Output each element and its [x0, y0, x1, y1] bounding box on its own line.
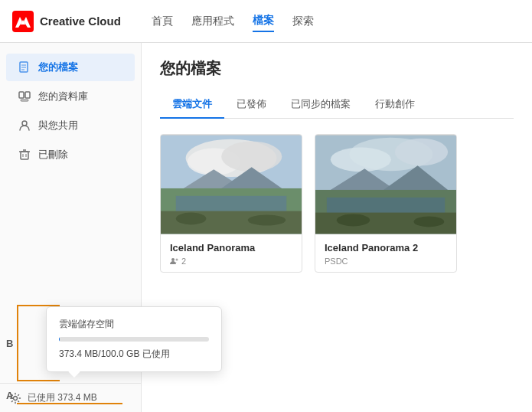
sidebar: 您的檔案 您的資料庫 與您共用 [0, 43, 142, 412]
svg-point-33 [331, 148, 391, 172]
svg-point-17 [14, 396, 18, 400]
brand: Creative Cloud [12, 11, 121, 32]
adobe-icon [12, 11, 34, 32]
file-grid: Iceland Panorama 2 [160, 134, 514, 273]
file-name-2: Iceland Panorama 2 [325, 242, 447, 253]
storage-bar-fill [59, 337, 60, 342]
library-icon [18, 90, 31, 103]
svg-point-21 [221, 142, 282, 172]
sidebar-label-your-files: 您的檔案 [38, 60, 78, 74]
file-thumb-2 [315, 135, 456, 234]
file-type-2: PSDC [325, 257, 348, 266]
page-title: 您的檔案 [160, 58, 514, 79]
file-info-1: Iceland Panorama 2 [161, 234, 302, 272]
svg-rect-12 [21, 152, 28, 159]
nav-explore[interactable]: 探索 [292, 11, 314, 31]
collab-count-1: 2 [181, 257, 186, 266]
sidebar-item-deleted[interactable]: 已刪除 [6, 141, 135, 168]
svg-point-41 [414, 217, 445, 227]
tab-synced[interactable]: 已同步的檔案 [279, 91, 363, 119]
storage-used-label: 已使用 373.4 MB [28, 391, 97, 404]
file-thumb-1 [161, 135, 302, 234]
svg-point-34 [395, 139, 448, 166]
tab-published[interactable]: 已發佈 [224, 91, 279, 119]
storage-row[interactable]: 已使用 373.4 MB [9, 391, 132, 404]
people-icon [170, 257, 179, 266]
nav-home[interactable]: 首頁 [152, 11, 173, 31]
tab-mobile[interactable]: 行動創作 [363, 91, 427, 119]
storage-popup-title: 雲端儲存空間 [59, 318, 209, 331]
brand-name: Creative Cloud [40, 15, 121, 28]
tab-cloud-docs[interactable]: 雲端文件 [160, 91, 224, 119]
file-meta-1: 2 [170, 257, 292, 266]
svg-rect-8 [19, 92, 24, 98]
main-layout: 您的檔案 您的資料庫 與您共用 [0, 43, 532, 412]
sidebar-item-library[interactable]: 您的資料庫 [6, 83, 135, 110]
svg-point-27 [176, 213, 207, 225]
svg-point-11 [22, 121, 27, 126]
a-label: A [6, 390, 13, 401]
storage-popup: 雲端儲存空間 373.4 MB/100.0 GB 已使用 [46, 306, 222, 372]
sidebar-item-your-files[interactable]: 您的檔案 [6, 54, 135, 81]
file-thumbnail-svg-2 [315, 135, 456, 234]
sidebar-label-library: 您的資料庫 [38, 90, 88, 103]
collab-icon-1: 2 [170, 257, 186, 266]
svg-rect-10 [21, 100, 28, 101]
nav-files[interactable]: 檔案 [253, 11, 274, 32]
svg-rect-9 [25, 92, 30, 98]
topbar: Creative Cloud 首頁 應用程式 檔案 探索 [0, 0, 532, 43]
file-icon [18, 61, 31, 74]
file-info-2: Iceland Panorama 2 PSDC [315, 234, 456, 272]
file-card-2[interactable]: Iceland Panorama 2 PSDC [315, 134, 457, 273]
storage-detail: 373.4 MB/100.0 GB 已使用 [59, 348, 209, 361]
tabs: 雲端文件 已發佈 已同步的檔案 行動創作 [160, 91, 514, 119]
sidebar-item-shared[interactable]: 與您共用 [6, 112, 135, 139]
shared-icon [18, 119, 31, 132]
svg-point-30 [176, 259, 178, 261]
svg-point-29 [171, 258, 175, 261]
file-name-1: Iceland Panorama [170, 242, 292, 253]
sidebar-label-shared: 與您共用 [38, 119, 78, 132]
file-card-1[interactable]: Iceland Panorama 2 [160, 134, 302, 273]
sidebar-bottom: 已使用 373.4 MB [0, 383, 141, 412]
file-meta-2: PSDC [325, 257, 447, 266]
b-label: B [6, 338, 13, 349]
trash-icon [18, 149, 31, 161]
sidebar-label-deleted: 已刪除 [38, 148, 68, 162]
svg-point-40 [337, 214, 370, 227]
nav-apps[interactable]: 應用程式 [191, 11, 234, 31]
svg-point-28 [248, 215, 286, 226]
storage-bar [59, 337, 209, 342]
file-thumbnail-svg-1 [161, 135, 302, 234]
